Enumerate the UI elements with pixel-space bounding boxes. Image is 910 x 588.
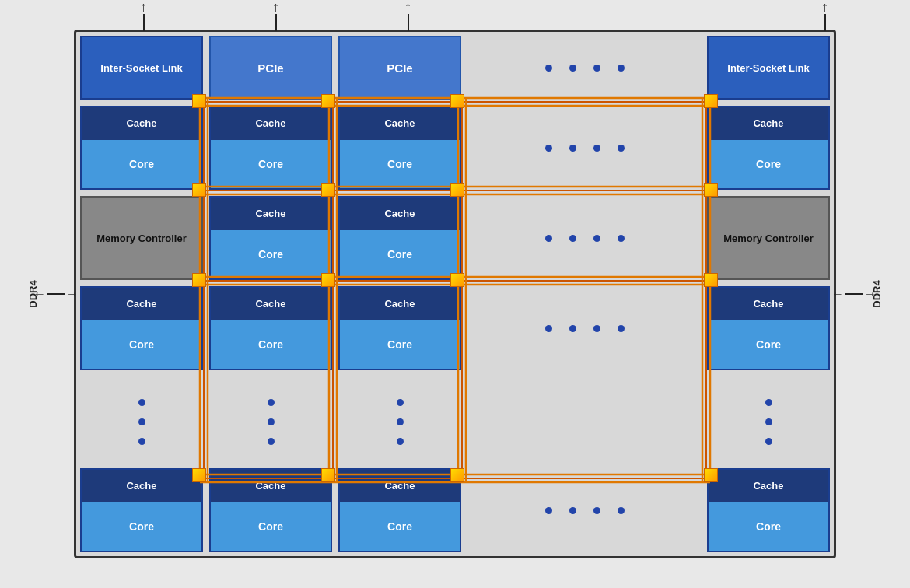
dot bbox=[593, 507, 600, 514]
cache-label: Cache bbox=[340, 198, 460, 230]
dot bbox=[545, 145, 552, 152]
connector-r2-c2 bbox=[321, 183, 335, 197]
dot-col-r5c5 bbox=[707, 376, 830, 467]
dot-area-r2c4 bbox=[467, 106, 702, 190]
dot bbox=[618, 145, 625, 152]
dot bbox=[569, 507, 576, 514]
dot bbox=[618, 507, 625, 514]
cache-label: Cache bbox=[211, 107, 331, 140]
dot-col-r5c2 bbox=[209, 376, 332, 467]
core-label: Core bbox=[211, 140, 331, 188]
core-label: Core bbox=[340, 140, 460, 188]
dot bbox=[593, 235, 600, 242]
core-label: Core bbox=[340, 320, 460, 369]
cache-core-r3c2: Cache Core bbox=[209, 196, 332, 280]
dot-area-r1c4 bbox=[467, 36, 702, 100]
cache-core-r2c1: Cache Core bbox=[80, 106, 203, 190]
core-label: Core bbox=[82, 320, 201, 369]
top-arrow-3: ↑ bbox=[404, 0, 411, 31]
connector-r2-c1 bbox=[192, 183, 206, 197]
pcie-block-1: PCIe bbox=[209, 36, 332, 100]
top-arrow-4: ↑ bbox=[821, 0, 828, 31]
diagram-wrapper: DDR4 DDR4 ↑ ↑ ↑ ↑ ← → bbox=[27, 14, 883, 574]
cache-core-r2c5: Cache Core bbox=[707, 106, 830, 190]
cache-label: Cache bbox=[211, 470, 331, 502]
core-label: Core bbox=[211, 230, 331, 278]
top-arrow-1: ↑ bbox=[140, 0, 147, 31]
connector-r3-c2 bbox=[321, 273, 335, 287]
dot bbox=[765, 399, 772, 406]
connector-r7-c5 bbox=[704, 468, 718, 482]
core-label: Core bbox=[82, 140, 201, 188]
core-label: Core bbox=[709, 140, 828, 188]
dot bbox=[545, 65, 552, 72]
dot bbox=[618, 235, 625, 242]
core-label: Core bbox=[211, 502, 331, 551]
dot bbox=[765, 438, 772, 445]
cache-label: Cache bbox=[82, 107, 201, 140]
dot bbox=[569, 325, 576, 332]
ddr4-right-arrow: ← → bbox=[831, 287, 877, 301]
dot bbox=[545, 235, 552, 242]
dot-col-r5c1 bbox=[80, 376, 203, 467]
pcie-block-2: PCIe bbox=[338, 36, 461, 100]
connector-r7-c3 bbox=[450, 468, 464, 482]
ddr4-left-arrow: ← → bbox=[33, 287, 79, 301]
cache-label: Cache bbox=[709, 470, 828, 502]
cache-core-r7c1: Cache Core bbox=[80, 468, 203, 552]
core-label: Core bbox=[709, 320, 828, 369]
dot-area-r3c4 bbox=[467, 196, 702, 280]
dot bbox=[397, 399, 404, 406]
dot-area-r4c4 bbox=[467, 286, 702, 370]
cache-core-r7c2: Cache Core bbox=[209, 468, 332, 552]
connector-r2-c5 bbox=[704, 183, 718, 197]
core-label: Core bbox=[340, 230, 460, 278]
cache-core-r4c1: Cache Core bbox=[80, 286, 203, 370]
connector-r3-c5 bbox=[704, 273, 718, 287]
top-arrow-2: ↑ bbox=[272, 0, 279, 31]
dot bbox=[765, 418, 772, 425]
cache-label: Cache bbox=[709, 288, 828, 320]
cache-label: Cache bbox=[82, 288, 201, 320]
dot bbox=[268, 438, 275, 445]
dot bbox=[569, 235, 576, 242]
cache-core-r7c3: Cache Core bbox=[338, 468, 461, 552]
cache-label: Cache bbox=[211, 198, 331, 230]
cache-core-r3c3: Cache Core bbox=[338, 196, 461, 280]
core-label: Core bbox=[211, 320, 331, 369]
dot bbox=[545, 325, 552, 332]
cache-core-r2c2: Cache Core bbox=[209, 106, 332, 190]
connector-r3-c1 bbox=[192, 273, 206, 287]
dot bbox=[138, 418, 145, 425]
connector-r3-c3 bbox=[450, 273, 464, 287]
connector-r1-c1 bbox=[192, 94, 206, 108]
connector-r2-c3 bbox=[450, 183, 464, 197]
dot bbox=[569, 145, 576, 152]
core-label: Core bbox=[709, 502, 828, 551]
dot bbox=[593, 325, 600, 332]
memory-controller-left: Memory Controller bbox=[80, 196, 203, 280]
cache-label: Cache bbox=[340, 107, 460, 140]
dot bbox=[618, 65, 625, 72]
connector-r1-c2 bbox=[321, 94, 335, 108]
dot-area-r7c4 bbox=[467, 468, 702, 552]
cache-core-r4c3: Cache Core bbox=[338, 286, 461, 370]
dot-col-r5c3 bbox=[338, 376, 461, 467]
cache-label: Cache bbox=[211, 288, 331, 320]
cache-core-r2c3: Cache Core bbox=[338, 106, 461, 190]
dot bbox=[545, 507, 552, 514]
dot bbox=[618, 325, 625, 332]
cache-label: Cache bbox=[82, 470, 201, 502]
chip-die: ↑ ↑ ↑ ↑ ← → ← → bbox=[74, 30, 836, 558]
dot bbox=[138, 438, 145, 445]
dot bbox=[593, 65, 600, 72]
dot bbox=[138, 399, 145, 406]
core-label: Core bbox=[340, 502, 460, 551]
cache-core-r4c5: Cache Core bbox=[707, 286, 830, 370]
dot bbox=[593, 145, 600, 152]
memory-controller-right: Memory Controller bbox=[707, 196, 830, 280]
dot bbox=[268, 399, 275, 406]
cache-core-r4c2: Cache Core bbox=[209, 286, 332, 370]
cache-label: Cache bbox=[340, 288, 460, 320]
cache-label: Cache bbox=[340, 470, 460, 502]
